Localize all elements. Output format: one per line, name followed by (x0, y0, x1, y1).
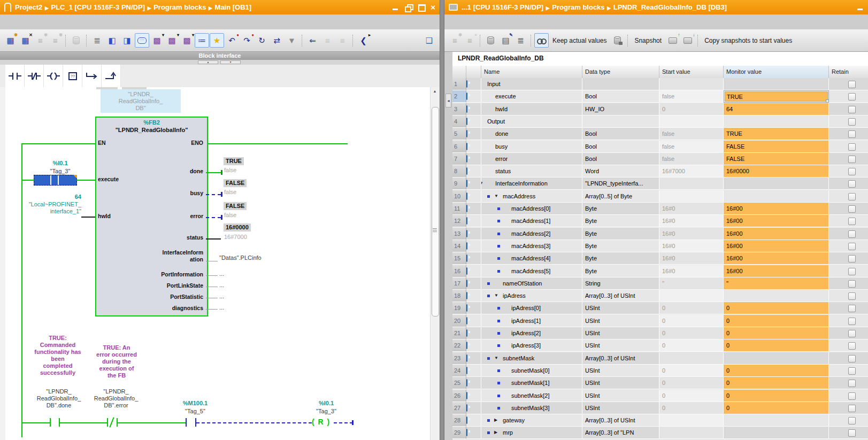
datatype-cell[interactable]: Byte (582, 252, 659, 265)
table-row[interactable]: 11macAddress[0]Byte16#016#00 (452, 203, 868, 215)
pin-eno[interactable]: ENO (139, 140, 203, 146)
pin-done[interactable]: done (139, 168, 203, 174)
expand-all-networks-icon[interactable]: ◧ (105, 33, 119, 48)
datatype-cell[interactable]: Array[0..3] of "LPN (582, 427, 659, 439)
name-cell[interactable]: macAddress[1] (481, 215, 582, 227)
table-row[interactable]: 14macAddress[3]Byte16#016#00 (452, 240, 868, 252)
monitorvalue-cell[interactable] (724, 177, 829, 190)
monitorvalue-cell[interactable] (724, 414, 829, 427)
collapse-icon[interactable]: ▼ (481, 177, 483, 189)
hwid-operand-value[interactable]: 64 (21, 194, 81, 200)
retain-checkbox[interactable] (848, 205, 856, 213)
scrollbar-thumb[interactable] (432, 107, 439, 317)
datatype-cell[interactable]: USInt (582, 327, 659, 339)
block-interface-bar[interactable]: Block interface (0, 52, 440, 60)
startvalue-cell[interactable]: 16#0 (659, 215, 724, 227)
close-icon[interactable]: × (431, 4, 435, 11)
startvalue-cell[interactable] (659, 190, 724, 203)
datatype-cell[interactable]: Word (582, 165, 659, 177)
interface-operand[interactable]: "Datas".PLCinfo (219, 254, 278, 261)
startvalue-cell[interactable]: 0 (659, 339, 724, 352)
retain-checkbox[interactable] (848, 318, 856, 325)
startvalue-cell[interactable] (659, 115, 724, 128)
monitorvalue-cell[interactable]: 16#00 (724, 215, 829, 227)
coil-tag[interactable]: "Tag_3" (297, 408, 356, 415)
breadcrumb-item[interactable]: Program blocks (152, 3, 208, 11)
name-cell[interactable]: ▼ipAdress (481, 290, 582, 302)
retain-checkbox[interactable] (848, 367, 856, 375)
row-number[interactable]: 3 (452, 103, 466, 115)
datatype-cell[interactable]: USInt (582, 315, 659, 327)
collapse-all-networks-icon[interactable]: ◨ (120, 33, 134, 48)
breadcrumb-item[interactable]: PLC_1 [CPU 1516F-3 PN/DP] (49, 3, 147, 11)
retain-checkbox[interactable] (848, 255, 856, 263)
row-number[interactable]: 27 (452, 402, 466, 414)
row-number[interactable]: 13 (452, 228, 466, 240)
table-row[interactable]: 26subnetMask[2]USInt00 (452, 390, 868, 402)
startvalue-cell[interactable]: 16#0 (659, 252, 724, 265)
table-row[interactable]: 29▶mrpArray[0..3] of "LPN (452, 427, 868, 439)
pin-busy[interactable]: busy (139, 190, 203, 196)
name-cell[interactable]: ▶mrp (481, 427, 582, 439)
startvalue-cell[interactable]: '' (659, 277, 724, 290)
datatype-cell[interactable]: Byte (582, 215, 659, 227)
pin-portlinkstate[interactable]: PortLinkState (139, 282, 203, 289)
coil-address[interactable]: %I0.1 (297, 400, 356, 407)
datatype-cell[interactable]: Byte (582, 240, 659, 252)
retain-checkbox[interactable] (848, 168, 856, 175)
startvalue-cell[interactable]: 0 (659, 315, 724, 327)
name-cell[interactable]: macAddress[4] (481, 252, 582, 265)
monitorvalue-cell[interactable]: 16#00 (724, 203, 829, 215)
startvalue-cell[interactable]: 0 (659, 402, 724, 414)
startvalue-cell[interactable]: false (659, 153, 724, 165)
name-cell[interactable]: macAddress[2] (481, 228, 582, 240)
table-row[interactable]: 24subnetMask[0]USInt00 (452, 365, 868, 377)
table-row[interactable]: 17nameOfStationString'''' (452, 277, 868, 290)
name-cell[interactable]: nameOfStation (481, 277, 582, 290)
portinfo-operand[interactable]: ... (219, 271, 235, 277)
pin-portinformation[interactable]: PortInformation (139, 271, 203, 277)
monitorvalue-cell[interactable]: 0 (724, 402, 829, 414)
table-row[interactable]: 2executeBoolfalseTRUE (452, 90, 868, 103)
expand-members-icon[interactable]: ≣ (513, 33, 528, 48)
absolute-operands-toggle-icon[interactable]: ≔ (195, 33, 209, 48)
retain-checkbox[interactable] (848, 342, 856, 350)
table-row[interactable]: 25subnetMask[1]USInt00 (452, 377, 868, 389)
status-operand[interactable]: 16#7000 (224, 234, 247, 241)
consistency-check-icon[interactable]: ⇄ (270, 33, 284, 48)
monitorvalue-cell[interactable]: 16#00 (724, 228, 829, 240)
row-number[interactable]: 17 (452, 277, 466, 290)
db-lock-icon[interactable] (610, 33, 625, 48)
monitorvalue-cell[interactable]: 0 (724, 302, 829, 314)
favorites-toggle-icon[interactable]: ★ (210, 33, 224, 48)
datatype-cell[interactable]: USInt (582, 402, 659, 414)
monitorvalue-cell[interactable]: FALSE (724, 153, 829, 165)
row-number[interactable]: 29 (452, 427, 466, 439)
lad-canvas[interactable]: "LPNDR_ ReadGlobalInfo_ DB" %FB2 "LPNDR_… (0, 87, 431, 440)
monitorvalue-cell[interactable]: FALSE (724, 141, 829, 153)
copy-snapshot-icon[interactable]: ↓ (680, 33, 695, 48)
error-nc-contact[interactable] (107, 418, 108, 427)
monitorvalue-cell[interactable] (724, 115, 829, 128)
split-editor-icon[interactable]: ❑ (422, 33, 436, 48)
name-cell[interactable]: macAddress[0] (481, 203, 582, 215)
monitorvalue-cell[interactable]: 0 (724, 390, 829, 402)
breadcrumb-item[interactable]: Program blocks (550, 3, 606, 11)
row-number[interactable]: 14 (452, 240, 466, 252)
insert-network-icon[interactable]: ▦✱ (3, 33, 18, 48)
datatype-cell[interactable]: Array[0..3] of USInt (582, 352, 659, 365)
name-cell[interactable]: ▶gateway (481, 414, 582, 427)
scroll-up-icon[interactable]: ▲ (432, 88, 438, 95)
monitorvalue-cell[interactable]: 0 (724, 377, 829, 389)
row-number[interactable]: 5 (452, 128, 466, 140)
retain-checkbox[interactable] (848, 230, 856, 238)
datatype-cell[interactable]: USInt (582, 365, 659, 377)
datatype-cell[interactable]: Bool (582, 153, 659, 165)
startvalue-cell[interactable]: 16#0 (659, 240, 724, 252)
minimize-icon[interactable] (392, 4, 400, 11)
startvalue-cell[interactable]: 0 (659, 365, 724, 377)
tag5-contact[interactable] (186, 418, 187, 427)
name-cell[interactable]: ipAdress[2] (481, 327, 582, 339)
name-cell[interactable]: hwId (481, 103, 582, 115)
monitorvalue-cell[interactable]: 16#0000 (724, 165, 829, 177)
